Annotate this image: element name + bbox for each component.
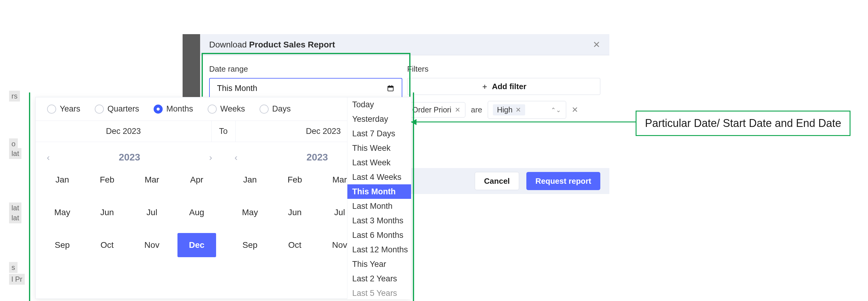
cancel-button[interactable]: Cancel (475, 172, 519, 190)
period-tab-quarters[interactable]: Quarters (91, 103, 143, 115)
annotation-label: Particular Date/ Start Date and End Date (636, 111, 850, 136)
preset-yesterday[interactable]: Yesterday (347, 112, 411, 126)
period-tab-label: Months (166, 104, 193, 114)
period-tab-months[interactable]: Months (149, 103, 197, 115)
preset-last-6-months[interactable]: Last 6 Months (347, 228, 411, 242)
next-year-icon[interactable]: › (205, 152, 216, 163)
dialog-header: Download Product Sales Report ✕ (200, 34, 609, 55)
preset-this-month[interactable]: This Month (347, 184, 411, 199)
period-tab-label: Quarters (107, 104, 139, 114)
svg-rect-2 (389, 85, 390, 87)
date-picker-popover: YearsQuartersMonthsWeeksDays Dec 2023 To… (35, 97, 411, 299)
prev-year-icon[interactable]: ‹ (43, 152, 54, 163)
filter-value-label: High (497, 106, 513, 114)
range-to-label: To (212, 121, 236, 142)
preset-last-7-days[interactable]: Last 7 Days (347, 126, 411, 141)
close-icon[interactable]: ✕ (593, 39, 600, 50)
prev-year-icon[interactable]: ‹ (230, 152, 242, 163)
month-may[interactable]: May (43, 200, 82, 224)
filter-value-tag: High ✕ (493, 104, 525, 115)
select-caret-icon: ⌃⌄ (551, 106, 561, 114)
month-aug[interactable]: Aug (178, 200, 216, 224)
period-tab-label: Days (272, 104, 291, 114)
bg-text: lat (9, 202, 22, 213)
dialog-title: Download Product Sales Report (209, 40, 335, 50)
calendar-from: ‹ 2023 › JanFebMarAprMayJunJulAugSepOctN… (36, 145, 223, 261)
svg-rect-1 (388, 86, 393, 88)
month-jun[interactable]: Jun (88, 200, 127, 224)
month-oct[interactable]: Oct (276, 233, 314, 257)
preset-last-month[interactable]: Last Month (347, 199, 411, 213)
radio-icon (208, 105, 217, 114)
preset-today[interactable]: Today (347, 97, 411, 112)
remove-value-icon[interactable]: ✕ (516, 106, 521, 114)
month-feb[interactable]: Feb (88, 168, 127, 192)
bg-text: lat (9, 148, 22, 159)
svg-rect-3 (392, 85, 392, 87)
remove-filter-row-icon[interactable]: ✕ (571, 105, 578, 114)
preset-last-5-years[interactable]: Last 5 Years (347, 286, 411, 299)
month-apr[interactable]: Apr (178, 168, 216, 192)
annotation-arrow-icon (411, 119, 416, 125)
range-from[interactable]: Dec 2023 (36, 121, 212, 142)
preset-this-year[interactable]: This Year (347, 257, 411, 271)
month-jan[interactable]: Jan (43, 168, 82, 192)
preset-list: TodayYesterdayLast 7 DaysThis WeekLast W… (347, 97, 411, 299)
month-mar[interactable]: Mar (132, 168, 172, 192)
date-range-value: This Month (217, 84, 257, 93)
period-tab-label: Weeks (220, 104, 245, 114)
filter-value-select[interactable]: High ✕ ⌃⌄ (488, 101, 566, 119)
month-sep[interactable]: Sep (230, 233, 270, 257)
month-jan[interactable]: Jan (230, 168, 270, 192)
bg-text: rs (9, 91, 20, 102)
filter-operator: are (471, 105, 482, 114)
month-jul[interactable]: Jul (132, 200, 172, 224)
dialog-title-bold: Product Sales Report (249, 40, 335, 49)
month-feb[interactable]: Feb (276, 168, 314, 192)
period-tab-days[interactable]: Days (255, 103, 295, 115)
bg-text: lat (9, 213, 22, 223)
radio-icon (95, 105, 104, 114)
period-tab-label: Years (60, 104, 80, 114)
preset-last-12-months[interactable]: Last 12 Months (347, 242, 411, 257)
calendar-year: 2023 (306, 152, 328, 163)
request-report-button[interactable]: Request report (526, 172, 600, 190)
month-may[interactable]: May (230, 200, 270, 224)
radio-icon (47, 105, 56, 114)
month-jun[interactable]: Jun (276, 200, 314, 224)
preset-last-2-years[interactable]: Last 2 Years (347, 271, 411, 286)
filter-field-chip[interactable]: Order Priori ✕ (407, 102, 465, 117)
radio-icon (259, 105, 269, 114)
period-tab-years[interactable]: Years (43, 103, 85, 115)
preset-this-week[interactable]: This Week (347, 141, 411, 155)
add-filter-label: Add filter (492, 82, 526, 91)
preset-last-3-months[interactable]: Last 3 Months (347, 213, 411, 228)
preset-last-4-weeks[interactable]: Last 4 Weeks (347, 170, 411, 184)
dialog-title-prefix: Download (209, 40, 249, 49)
add-filter-button[interactable]: ＋ Add filter (407, 78, 600, 95)
month-dec[interactable]: Dec (178, 233, 216, 257)
filters-area: Filters ＋ Add filter Order Priori ✕ are … (407, 64, 600, 119)
period-tab-weeks[interactable]: Weeks (204, 103, 249, 115)
annotation-connector (411, 121, 636, 122)
date-range-input[interactable]: This Month (209, 78, 402, 99)
radio-icon (154, 105, 163, 114)
bg-text: l Pr (9, 274, 25, 285)
plus-icon: ＋ (481, 82, 488, 91)
bg-text: o (9, 138, 18, 149)
preset-last-week[interactable]: Last Week (347, 155, 411, 170)
filters-label: Filters (407, 64, 600, 74)
calendar-icon (386, 85, 395, 92)
month-sep[interactable]: Sep (43, 233, 82, 257)
bg-text: s (9, 262, 18, 273)
month-oct[interactable]: Oct (88, 233, 127, 257)
remove-field-icon[interactable]: ✕ (455, 106, 460, 114)
month-nov[interactable]: Nov (132, 233, 172, 257)
calendar-year: 2023 (119, 152, 140, 163)
filter-row: Order Priori ✕ are High ✕ ⌃⌄ ✕ (407, 101, 600, 119)
filter-field-label: Order Priori (412, 106, 451, 114)
